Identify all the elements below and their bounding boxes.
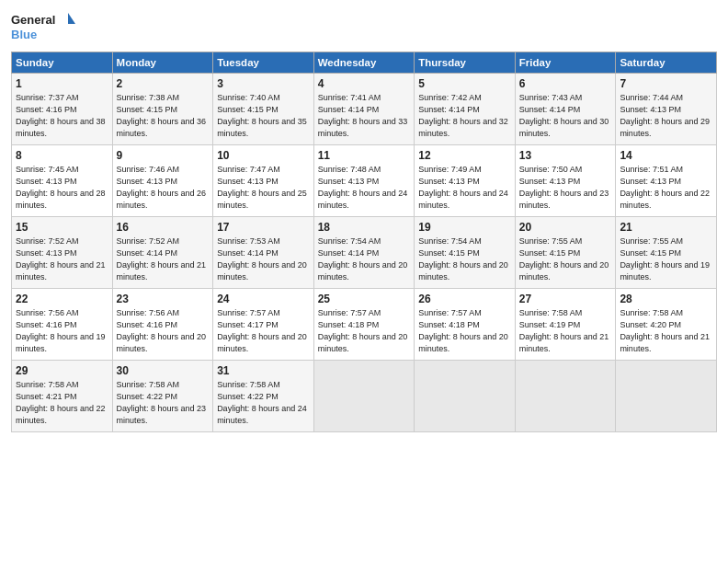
day-number: 5 [418, 77, 511, 90]
day-number: 2 [117, 77, 210, 90]
weekday-header: Friday [515, 52, 616, 74]
day-number: 13 [519, 149, 612, 162]
calendar-cell: 18Sunrise: 7:54 AMSunset: 4:14 PMDayligh… [313, 217, 415, 289]
calendar-cell: 5Sunrise: 7:42 AMSunset: 4:14 PMDaylight… [415, 74, 516, 145]
svg-marker-2 [68, 13, 75, 24]
calendar-cell: 29Sunrise: 7:58 AMSunset: 4:21 PMDayligh… [12, 361, 113, 432]
calendar-cell: 15Sunrise: 7:52 AMSunset: 4:13 PMDayligh… [12, 217, 113, 289]
calendar-cell: 20Sunrise: 7:55 AMSunset: 4:15 PMDayligh… [515, 217, 616, 289]
day-number: 28 [620, 293, 712, 305]
calendar-cell: 8Sunrise: 7:45 AMSunset: 4:13 PMDaylight… [12, 145, 113, 217]
calendar-cell: 4Sunrise: 7:41 AMSunset: 4:14 PMDaylight… [313, 74, 415, 145]
calendar-cell: 26Sunrise: 7:57 AMSunset: 4:18 PMDayligh… [415, 289, 516, 361]
calendar-cell: 25Sunrise: 7:57 AMSunset: 4:18 PMDayligh… [313, 289, 415, 361]
day-number: 29 [16, 364, 108, 377]
day-info: Sunrise: 7:58 AMSunset: 4:21 PMDaylight:… [16, 379, 108, 427]
calendar-cell: 19Sunrise: 7:54 AMSunset: 4:15 PMDayligh… [415, 217, 516, 289]
calendar-cell: 21Sunrise: 7:55 AMSunset: 4:15 PMDayligh… [616, 217, 717, 289]
day-number: 3 [217, 77, 310, 90]
day-info: Sunrise: 7:58 AMSunset: 4:20 PMDaylight:… [620, 307, 712, 355]
calendar-cell: 22Sunrise: 7:56 AMSunset: 4:16 PMDayligh… [12, 289, 113, 361]
day-info: Sunrise: 7:52 AMSunset: 4:13 PMDaylight:… [16, 236, 108, 283]
day-info: Sunrise: 7:53 AMSunset: 4:14 PMDaylight:… [217, 236, 310, 283]
day-number: 20 [519, 221, 612, 234]
day-info: Sunrise: 7:37 AMSunset: 4:16 PMDaylight:… [16, 92, 108, 140]
calendar-cell: 28Sunrise: 7:58 AMSunset: 4:20 PMDayligh… [616, 289, 717, 361]
logo-svg: General Blue [11, 9, 75, 46]
page-container: General Blue SundayMondayTuesdayWednesda… [0, 0, 728, 440]
day-number: 1 [16, 77, 108, 90]
calendar-cell: 11Sunrise: 7:48 AMSunset: 4:13 PMDayligh… [313, 145, 415, 217]
header: General Blue [11, 9, 717, 46]
calendar-cell: 27Sunrise: 7:58 AMSunset: 4:19 PMDayligh… [515, 289, 616, 361]
day-info: Sunrise: 7:58 AMSunset: 4:22 PMDaylight:… [217, 379, 310, 427]
calendar-cell: 10Sunrise: 7:47 AMSunset: 4:13 PMDayligh… [213, 145, 314, 217]
calendar-cell: 31Sunrise: 7:58 AMSunset: 4:22 PMDayligh… [213, 361, 314, 432]
day-info: Sunrise: 7:57 AMSunset: 4:18 PMDaylight:… [318, 307, 411, 355]
day-info: Sunrise: 7:55 AMSunset: 4:15 PMDaylight:… [620, 236, 712, 283]
day-info: Sunrise: 7:58 AMSunset: 4:19 PMDaylight:… [519, 307, 612, 355]
calendar-cell [515, 361, 616, 432]
calendar-cell: 17Sunrise: 7:53 AMSunset: 4:14 PMDayligh… [213, 217, 314, 289]
calendar-cell: 14Sunrise: 7:51 AMSunset: 4:13 PMDayligh… [616, 145, 717, 217]
day-number: 8 [16, 149, 108, 162]
day-number: 14 [620, 149, 712, 162]
day-number: 11 [318, 149, 411, 162]
calendar-cell: 6Sunrise: 7:43 AMSunset: 4:14 PMDaylight… [515, 74, 616, 145]
day-number: 16 [117, 221, 210, 234]
day-number: 10 [217, 149, 310, 162]
day-number: 27 [519, 293, 612, 305]
day-number: 6 [519, 77, 612, 90]
day-number: 21 [620, 221, 712, 234]
day-info: Sunrise: 7:44 AMSunset: 4:13 PMDaylight:… [620, 92, 712, 140]
day-number: 15 [16, 221, 108, 234]
weekday-header: Monday [112, 52, 213, 74]
calendar-cell: 16Sunrise: 7:52 AMSunset: 4:14 PMDayligh… [112, 217, 213, 289]
day-info: Sunrise: 7:55 AMSunset: 4:15 PMDaylight:… [519, 236, 612, 283]
day-info: Sunrise: 7:46 AMSunset: 4:13 PMDaylight:… [117, 164, 210, 212]
day-info: Sunrise: 7:41 AMSunset: 4:14 PMDaylight:… [318, 92, 411, 140]
day-info: Sunrise: 7:56 AMSunset: 4:16 PMDaylight:… [117, 307, 210, 355]
weekday-header: Saturday [616, 52, 717, 74]
calendar-cell [415, 361, 516, 432]
day-number: 18 [318, 221, 411, 234]
day-number: 25 [318, 293, 411, 305]
day-info: Sunrise: 7:40 AMSunset: 4:15 PMDaylight:… [217, 92, 310, 140]
day-number: 9 [117, 149, 210, 162]
calendar-cell [616, 361, 717, 432]
day-info: Sunrise: 7:43 AMSunset: 4:14 PMDaylight:… [519, 92, 612, 140]
calendar-cell: 24Sunrise: 7:57 AMSunset: 4:17 PMDayligh… [213, 289, 314, 361]
weekday-header: Wednesday [313, 52, 415, 74]
day-number: 31 [217, 364, 310, 377]
day-info: Sunrise: 7:45 AMSunset: 4:13 PMDaylight:… [16, 164, 108, 212]
day-number: 22 [16, 293, 108, 305]
svg-text:Blue: Blue [11, 28, 37, 41]
day-info: Sunrise: 7:38 AMSunset: 4:15 PMDaylight:… [117, 92, 210, 140]
day-info: Sunrise: 7:52 AMSunset: 4:14 PMDaylight:… [117, 236, 210, 283]
day-number: 23 [117, 293, 210, 305]
logo: General Blue [11, 9, 75, 46]
day-info: Sunrise: 7:47 AMSunset: 4:13 PMDaylight:… [217, 164, 310, 212]
day-info: Sunrise: 7:57 AMSunset: 4:18 PMDaylight:… [418, 307, 511, 355]
day-info: Sunrise: 7:49 AMSunset: 4:13 PMDaylight:… [418, 164, 511, 212]
calendar-cell: 23Sunrise: 7:56 AMSunset: 4:16 PMDayligh… [112, 289, 213, 361]
calendar-table: SundayMondayTuesdayWednesdayThursdayFrid… [11, 52, 717, 432]
calendar-cell: 3Sunrise: 7:40 AMSunset: 4:15 PMDaylight… [213, 74, 314, 145]
day-number: 12 [418, 149, 511, 162]
day-info: Sunrise: 7:54 AMSunset: 4:15 PMDaylight:… [418, 236, 511, 283]
day-number: 7 [620, 77, 712, 90]
calendar-cell [313, 361, 415, 432]
day-number: 19 [418, 221, 511, 234]
calendar-cell: 2Sunrise: 7:38 AMSunset: 4:15 PMDaylight… [112, 74, 213, 145]
weekday-header: Sunday [12, 52, 113, 74]
day-info: Sunrise: 7:54 AMSunset: 4:14 PMDaylight:… [318, 236, 411, 283]
day-number: 4 [318, 77, 411, 90]
day-number: 26 [418, 293, 511, 305]
calendar-cell: 30Sunrise: 7:58 AMSunset: 4:22 PMDayligh… [112, 361, 213, 432]
calendar-cell: 13Sunrise: 7:50 AMSunset: 4:13 PMDayligh… [515, 145, 616, 217]
day-number: 30 [117, 364, 210, 377]
svg-text:General: General [11, 13, 55, 27]
calendar-cell: 9Sunrise: 7:46 AMSunset: 4:13 PMDaylight… [112, 145, 213, 217]
calendar-cell: 7Sunrise: 7:44 AMSunset: 4:13 PMDaylight… [616, 74, 717, 145]
calendar-cell: 12Sunrise: 7:49 AMSunset: 4:13 PMDayligh… [415, 145, 516, 217]
